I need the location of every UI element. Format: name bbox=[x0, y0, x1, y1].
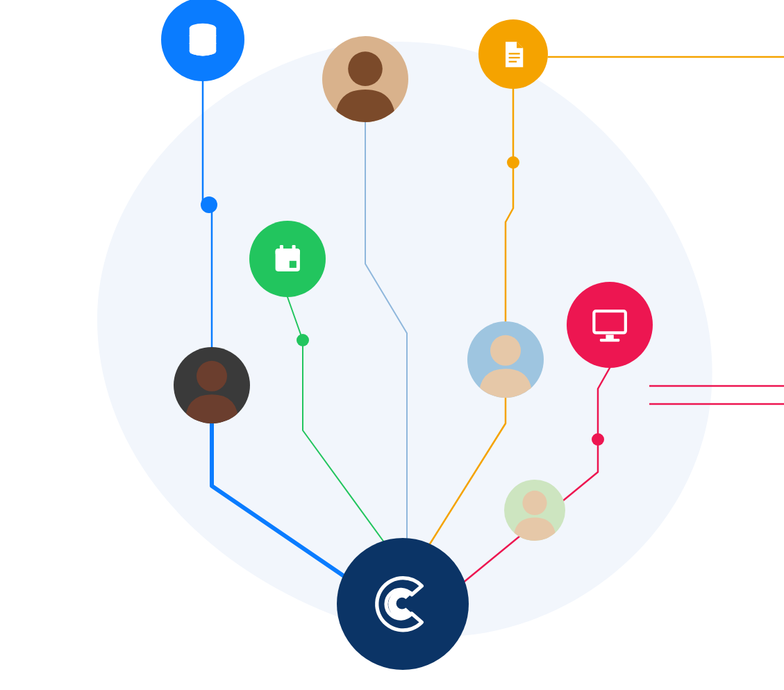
avatar-2 bbox=[174, 347, 250, 423]
hub-logo-glyph bbox=[367, 568, 440, 641]
monitor-icon bbox=[567, 282, 653, 368]
blue-dot bbox=[201, 196, 217, 213]
svg-point-18 bbox=[197, 361, 227, 392]
document-icon bbox=[478, 19, 548, 89]
orange-dot bbox=[507, 156, 519, 169]
calendar-icon bbox=[249, 221, 326, 297]
svg-point-3 bbox=[190, 47, 217, 56]
svg-rect-8 bbox=[290, 261, 297, 268]
avatar-4 bbox=[504, 480, 565, 541]
green-dot bbox=[297, 334, 309, 346]
pink-dot bbox=[592, 433, 604, 446]
calendar-glyph bbox=[267, 238, 309, 280]
svg-rect-5 bbox=[275, 249, 299, 255]
svg-rect-13 bbox=[606, 335, 613, 339]
svg-rect-9 bbox=[508, 53, 519, 54]
avatar-3 bbox=[467, 321, 544, 398]
svg-rect-11 bbox=[508, 60, 516, 62]
svg-point-20 bbox=[490, 335, 521, 366]
document-glyph bbox=[494, 35, 533, 74]
avatar-1 bbox=[322, 36, 408, 122]
monitor-glyph bbox=[586, 301, 633, 348]
svg-point-22 bbox=[522, 491, 547, 515]
database-icon bbox=[161, 0, 244, 81]
diagram-stage bbox=[0, 0, 784, 690]
hub-logo bbox=[337, 538, 469, 670]
svg-point-16 bbox=[348, 51, 383, 86]
svg-rect-6 bbox=[280, 245, 283, 252]
database-glyph bbox=[180, 17, 226, 62]
svg-rect-14 bbox=[600, 339, 619, 342]
svg-rect-7 bbox=[292, 245, 295, 252]
svg-rect-12 bbox=[594, 311, 625, 333]
svg-rect-10 bbox=[508, 56, 519, 58]
